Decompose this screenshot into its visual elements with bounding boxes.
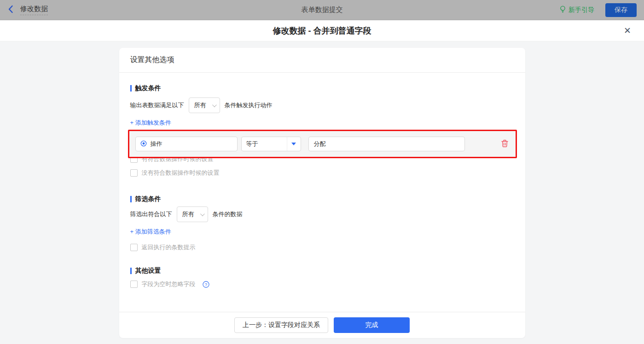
checkbox-ignore-empty-label[interactable]: 字段为空时忽略字段	[142, 280, 196, 288]
section-other-title: 其他设置	[130, 266, 514, 275]
newbie-guide-label: 新手引导	[569, 6, 594, 14]
lightbulb-icon	[559, 6, 566, 15]
trigger-sentence-suffix: 条件触发执行动作	[225, 101, 273, 109]
flow-name[interactable]: 修改数据	[20, 5, 48, 15]
dialog-body: 设置其他选项 触发条件 输出表数据满足以下 所有 条件触发执行动作 + 添加触发…	[0, 41, 644, 344]
checkbox-count-tip-label[interactable]: 返回执行的条数提示	[142, 243, 196, 252]
delete-condition-button[interactable]	[501, 139, 509, 149]
condition-field-select[interactable]: 操作	[135, 137, 238, 151]
close-icon[interactable]: ✕	[624, 26, 631, 36]
add-filter-condition-link[interactable]: + 添加筛选条件	[130, 228, 171, 236]
newbie-guide-link[interactable]: 新手引导	[559, 6, 594, 15]
back-chevron-icon	[7, 5, 14, 15]
section-bar	[130, 85, 132, 92]
section-trigger-title: 触发条件	[130, 84, 514, 93]
section-bar	[130, 196, 132, 202]
filter-sentence: 筛选出符合以下 所有 条件的数据	[130, 206, 514, 222]
trigger-match-select[interactable]: 所有	[189, 97, 220, 113]
trigger-condition-row: 操作 等于 分配	[129, 131, 516, 157]
save-button[interactable]: 保存	[605, 3, 637, 17]
chevron-down-icon	[212, 103, 216, 107]
checkbox-count-tip[interactable]	[130, 244, 138, 251]
condition-operator-value: 等于	[242, 140, 287, 148]
svg-text:?: ?	[204, 281, 207, 287]
filter-sentence-prefix: 筛选出符合以下	[130, 210, 172, 218]
trash-icon	[501, 139, 509, 149]
trigger-sentence: 输出表数据满足以下 所有 条件触发执行动作	[130, 97, 514, 113]
help-question-icon[interactable]: ?	[203, 281, 209, 288]
back-button[interactable]	[7, 5, 14, 15]
triangle-down-icon	[291, 143, 296, 145]
checkbox-no-match-label[interactable]: 没有符合数据操作时候的设置	[142, 169, 220, 177]
dialog-title: 修改数据 - 合并到普通字段	[273, 25, 371, 36]
checkbox-row-ignore-empty: 字段为空时忽略字段 ?	[130, 279, 514, 289]
annotation-highlight-box: 操作 等于 分配	[128, 130, 517, 158]
dropdown-arrow-zone	[287, 137, 301, 151]
checkbox-row-count-tip: 返回执行的条数提示	[130, 242, 514, 252]
previous-step-button[interactable]: 上一步：设置字段对应关系	[234, 317, 328, 333]
card-footer: 上一步：设置字段对应关系 完成	[119, 312, 525, 338]
filter-sentence-suffix: 条件的数据	[213, 210, 243, 218]
section-bar	[130, 268, 132, 274]
trigger-sentence-prefix: 输出表数据满足以下	[130, 101, 184, 109]
topbar: 修改数据 表单数据提交 新手引导 保存	[0, 0, 644, 20]
filter-match-select[interactable]: 所有	[177, 206, 208, 222]
page-title: 表单数据提交	[0, 6, 644, 14]
options-card: 设置其他选项 触发条件 输出表数据满足以下 所有 条件触发执行动作 + 添加触发…	[119, 48, 525, 338]
condition-field-value: 操作	[151, 140, 162, 148]
checkbox-ignore-empty[interactable]	[130, 281, 138, 288]
done-button[interactable]: 完成	[334, 317, 410, 333]
chevron-down-icon	[200, 212, 204, 216]
section-filter-title: 筛选条件	[130, 195, 514, 204]
checkbox-row-no-match: 没有符合数据操作时候的设置	[130, 168, 514, 178]
card-header: 设置其他选项	[119, 48, 525, 73]
card-header-title: 设置其他选项	[130, 55, 174, 65]
radio-field-icon	[140, 140, 147, 148]
checkbox-no-match-settings[interactable]	[130, 169, 138, 177]
add-trigger-condition-link[interactable]: + 添加触发条件	[130, 119, 171, 127]
condition-operator-select[interactable]: 等于	[241, 137, 301, 151]
condition-value-input[interactable]: 分配	[308, 137, 465, 151]
dialog-header: 修改数据 - 合并到普通字段 ✕	[0, 20, 644, 41]
